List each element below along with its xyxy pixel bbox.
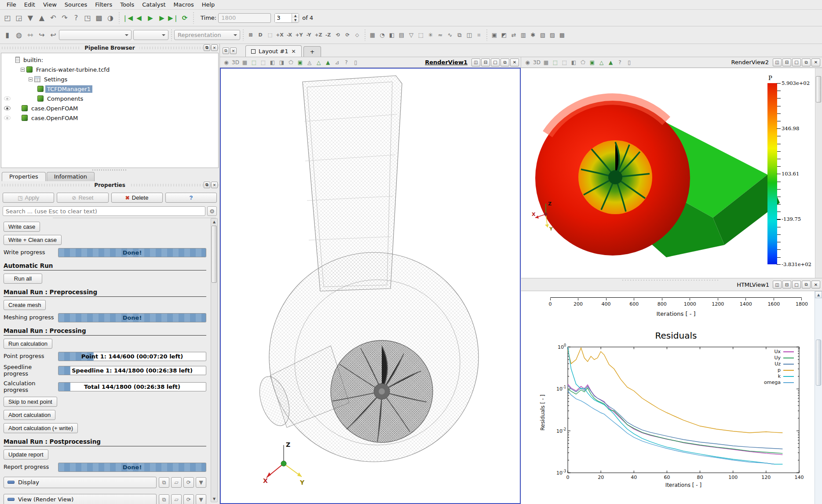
component-combo[interactable] bbox=[133, 30, 168, 40]
load-state-icon[interactable]: ▼ bbox=[25, 12, 36, 24]
visibility-eye-icon[interactable] bbox=[4, 106, 11, 110]
extract-subset-icon[interactable]: ⬚ bbox=[416, 30, 426, 40]
tooltip-select-icon[interactable]: ? bbox=[342, 58, 351, 67]
save-data-icon[interactable]: ◲ bbox=[13, 12, 25, 24]
scale-arrows-icon[interactable]: ⇿ bbox=[25, 29, 36, 41]
time-field[interactable] bbox=[218, 13, 271, 23]
rotate-90-cw-icon[interactable]: ⟳ bbox=[343, 30, 352, 40]
previous-frame-button[interactable]: ◀ bbox=[133, 12, 145, 24]
delete-button[interactable]: ✖Delete bbox=[111, 193, 163, 203]
pipeline-item[interactable]: case.OpenFOAM bbox=[1, 113, 218, 123]
glyph-icon[interactable]: ✳ bbox=[426, 30, 435, 40]
skip-to-next-point-button[interactable]: Skip to next point bbox=[4, 397, 57, 407]
time-inspector-icon[interactable]: ▮ bbox=[2, 29, 13, 41]
select-polygon-icon[interactable]: ⬠ bbox=[286, 58, 296, 67]
layout-tab[interactable]: Layout #1 ✕ bbox=[245, 45, 302, 57]
tooltip-select-icon[interactable]: ? bbox=[615, 58, 625, 67]
reset-camera-icon[interactable]: ⊠ bbox=[246, 30, 256, 40]
zoom-to-data-icon[interactable]: ⬚ bbox=[265, 30, 275, 40]
scroll-up-icon[interactable]: ▲ bbox=[211, 219, 217, 225]
menu-item[interactable]: File bbox=[3, 1, 20, 8]
split-horizontal-button[interactable]: ◫ bbox=[773, 58, 782, 66]
menu-item[interactable]: Catalyst bbox=[138, 1, 169, 8]
extract-block-icon[interactable]: ◫ bbox=[464, 30, 474, 40]
search-options-gear-icon[interactable]: ⚙ bbox=[207, 206, 217, 216]
find-data-icon[interactable]: ▩ bbox=[93, 12, 105, 24]
split-horizontal-button[interactable]: ◫ bbox=[471, 58, 480, 66]
spinner-down-icon[interactable]: ▼ bbox=[292, 18, 299, 22]
undock-panel-button[interactable]: ⧉ bbox=[204, 44, 210, 51]
properties-scrollbar[interactable]: ▲ ▼ bbox=[211, 218, 218, 502]
undock-panel-button[interactable]: ⧉ bbox=[204, 182, 210, 188]
select-polygon-icon[interactable]: ⬠ bbox=[578, 58, 588, 67]
select-frustum-cells-icon[interactable]: ◧ bbox=[268, 58, 277, 67]
save-defaults-icon[interactable]: ▼ bbox=[196, 477, 206, 488]
visibility-eye-icon[interactable] bbox=[4, 116, 11, 120]
menu-item[interactable]: Edit bbox=[20, 1, 39, 8]
view-minus-x-icon[interactable]: -X bbox=[285, 30, 294, 40]
htmlview-scrollbar[interactable]: ▲ bbox=[815, 291, 822, 504]
open-file-icon[interactable]: ◰ bbox=[2, 12, 13, 24]
next-frame-button[interactable]: ▶ bbox=[156, 12, 168, 24]
view-minus-z-icon[interactable]: -Z bbox=[323, 30, 333, 40]
grid-axes-icon[interactable]: ▦ bbox=[541, 58, 551, 67]
rotate-90-ccw-icon[interactable]: ⟲ bbox=[333, 30, 343, 40]
color-palette-icon[interactable]: ◑ bbox=[105, 12, 116, 24]
block-colors-icon[interactable]: ▩ bbox=[557, 30, 567, 40]
undock-view-button[interactable]: ⧉ bbox=[802, 281, 811, 289]
renderview2-scrollbar[interactable] bbox=[815, 68, 822, 278]
calculator-icon[interactable]: ▦ bbox=[368, 30, 377, 40]
apply-button[interactable]: ◳Apply bbox=[3, 193, 54, 203]
rescale-range-icon[interactable]: ⇄ bbox=[509, 30, 519, 40]
selection-ghost-icon[interactable]: ◍ bbox=[13, 29, 25, 41]
pipeline-item[interactable]: Components bbox=[1, 94, 218, 103]
display-section-header[interactable]: Display bbox=[4, 477, 157, 488]
grid-axes-icon[interactable]: ▦ bbox=[240, 58, 249, 67]
select-block-icon[interactable]: ▣ bbox=[588, 58, 597, 67]
separate-colormap-icon[interactable]: ▨ bbox=[548, 30, 557, 40]
group-datasets-icon[interactable]: ⧉ bbox=[455, 30, 464, 40]
reset-defaults-icon[interactable]: ⟳ bbox=[183, 477, 194, 488]
threshold-icon[interactable]: ▽ bbox=[406, 30, 416, 40]
save-state-icon[interactable]: ▲ bbox=[36, 12, 47, 24]
scroll-down-icon[interactable]: ▼ bbox=[211, 496, 217, 502]
capture-screenshot-icon[interactable]: ▣ bbox=[490, 30, 499, 40]
close-view-button[interactable]: ✕ bbox=[811, 58, 820, 66]
view-minus-y-icon[interactable]: -Y bbox=[304, 30, 314, 40]
plot-over-line-icon[interactable]: ⌗ bbox=[474, 30, 484, 40]
clear-selection-icon[interactable]: ▯ bbox=[351, 58, 360, 67]
clear-selection-icon[interactable]: ▯ bbox=[625, 58, 634, 67]
frame-spinner[interactable]: ▲▼ bbox=[274, 13, 299, 23]
interactive-select-cells-icon[interactable]: ◬ bbox=[305, 58, 314, 67]
split-vertical-button[interactable]: ⊟ bbox=[782, 281, 791, 289]
edit-color-map-icon[interactable]: ◩ bbox=[499, 30, 509, 40]
isometric-view-icon[interactable]: ◇ bbox=[352, 30, 362, 40]
pipeline-item[interactable]: case.OpenFOAM bbox=[1, 103, 218, 113]
stream-tracer-icon[interactable]: ≈ bbox=[435, 30, 445, 40]
first-frame-button[interactable]: ❘◀ bbox=[122, 12, 133, 24]
abort-calculation-button[interactable]: Abort calculation bbox=[4, 410, 55, 420]
copy-properties-icon[interactable]: ⧉ bbox=[159, 494, 169, 504]
select-surface-points-icon[interactable]: ⬚ bbox=[560, 58, 569, 67]
save-defaults-icon[interactable]: ▼ bbox=[196, 494, 206, 504]
interactive-select-points-icon[interactable]: △ bbox=[597, 58, 606, 67]
redo-icon[interactable]: ↷ bbox=[59, 12, 70, 24]
loop-button[interactable]: ⟳ bbox=[179, 12, 190, 24]
camera-adjust-icon[interactable]: ◉ bbox=[523, 58, 532, 67]
renderview2-viewport[interactable]: P 5.903e+02346.98103.61-139.75-3.831e+02… bbox=[521, 68, 822, 278]
undock-view-button[interactable]: ⧉ bbox=[501, 58, 509, 66]
representation-combo[interactable]: Representation bbox=[174, 30, 240, 40]
rotate-arrow-icon[interactable]: ↪ bbox=[36, 29, 47, 41]
clip-icon[interactable]: ◧ bbox=[387, 30, 397, 40]
reset-camera-closest-icon[interactable]: D bbox=[256, 30, 265, 40]
rgb-points-icon[interactable]: ▧ bbox=[538, 30, 548, 40]
select-surface-cells-icon[interactable]: ⬚ bbox=[551, 58, 560, 67]
write-clean-case-button[interactable]: Write + Clean case bbox=[4, 235, 62, 245]
new-layout-tab-button[interactable]: + bbox=[303, 46, 321, 57]
last-frame-button[interactable]: ▶❘ bbox=[168, 12, 179, 24]
paste-properties-icon[interactable]: ▱ bbox=[171, 477, 182, 488]
interactive-select-points-icon[interactable]: △ bbox=[314, 58, 323, 67]
snap-icon[interactable]: ✱ bbox=[528, 30, 538, 40]
menu-item[interactable]: View bbox=[39, 1, 61, 8]
run-all-button[interactable]: Run all bbox=[4, 274, 42, 284]
